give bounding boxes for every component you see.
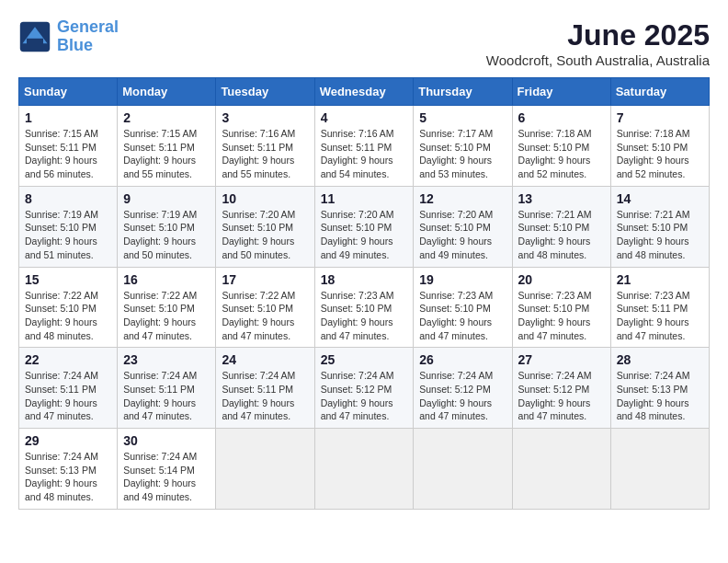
day-info: Sunrise: 7:24 AMSunset: 5:13 PMDaylight:… bbox=[617, 369, 703, 423]
col-header-monday: Monday bbox=[118, 78, 216, 106]
calendar-week-row: 8 Sunrise: 7:19 AMSunset: 5:10 PMDayligh… bbox=[19, 186, 710, 267]
day-number: 5 bbox=[419, 110, 506, 125]
day-info: Sunrise: 7:23 AMSunset: 5:10 PMDaylight:… bbox=[518, 289, 605, 343]
day-info: Sunrise: 7:24 AMSunset: 5:14 PMDaylight:… bbox=[123, 450, 210, 504]
logo-line1: General bbox=[57, 17, 119, 36]
calendar-cell: 27 Sunrise: 7:24 AMSunset: 5:12 PMDaylig… bbox=[512, 348, 610, 429]
calendar-cell: 17 Sunrise: 7:22 AMSunset: 5:10 PMDaylig… bbox=[216, 267, 314, 348]
calendar-cell: 24 Sunrise: 7:24 AMSunset: 5:11 PMDaylig… bbox=[216, 348, 314, 429]
col-header-thursday: Thursday bbox=[414, 78, 512, 106]
page-header: General Blue June 2025 Woodcroft, South … bbox=[18, 18, 710, 68]
calendar-cell: 13 Sunrise: 7:21 AMSunset: 5:10 PMDaylig… bbox=[512, 186, 610, 267]
day-number: 24 bbox=[222, 352, 308, 367]
day-number: 4 bbox=[321, 110, 408, 125]
day-number: 11 bbox=[321, 191, 408, 206]
day-info: Sunrise: 7:24 AMSunset: 5:11 PMDaylight:… bbox=[222, 369, 308, 423]
day-info: Sunrise: 7:18 AMSunset: 5:10 PMDaylight:… bbox=[617, 127, 703, 181]
day-info: Sunrise: 7:23 AMSunset: 5:10 PMDaylight:… bbox=[419, 289, 506, 343]
day-number: 12 bbox=[419, 191, 506, 206]
col-header-sunday: Sunday bbox=[19, 78, 118, 106]
day-number: 23 bbox=[123, 352, 210, 367]
calendar-week-row: 1 Sunrise: 7:15 AMSunset: 5:11 PMDayligh… bbox=[19, 106, 710, 187]
day-info: Sunrise: 7:24 AMSunset: 5:13 PMDaylight:… bbox=[25, 450, 111, 504]
calendar-cell: 30 Sunrise: 7:24 AMSunset: 5:14 PMDaylig… bbox=[118, 429, 216, 510]
day-info: Sunrise: 7:24 AMSunset: 5:11 PMDaylight:… bbox=[123, 369, 210, 423]
day-info: Sunrise: 7:24 AMSunset: 5:12 PMDaylight:… bbox=[321, 369, 408, 423]
day-number: 21 bbox=[617, 272, 703, 287]
calendar-cell: 4 Sunrise: 7:16 AMSunset: 5:11 PMDayligh… bbox=[314, 106, 414, 187]
logo-line2: Blue bbox=[57, 36, 93, 54]
calendar-cell bbox=[216, 429, 314, 510]
calendar-week-row: 22 Sunrise: 7:24 AMSunset: 5:11 PMDaylig… bbox=[19, 348, 710, 429]
calendar-cell: 15 Sunrise: 7:22 AMSunset: 5:10 PMDaylig… bbox=[19, 267, 118, 348]
day-info: Sunrise: 7:19 AMSunset: 5:10 PMDaylight:… bbox=[123, 208, 210, 262]
day-number: 20 bbox=[518, 272, 605, 287]
calendar-cell: 25 Sunrise: 7:24 AMSunset: 5:12 PMDaylig… bbox=[314, 348, 414, 429]
day-number: 15 bbox=[25, 272, 111, 287]
day-info: Sunrise: 7:16 AMSunset: 5:11 PMDaylight:… bbox=[321, 127, 408, 181]
day-number: 16 bbox=[123, 272, 210, 287]
day-info: Sunrise: 7:16 AMSunset: 5:11 PMDaylight:… bbox=[222, 127, 308, 181]
calendar-cell: 26 Sunrise: 7:24 AMSunset: 5:12 PMDaylig… bbox=[414, 348, 512, 429]
calendar-cell: 20 Sunrise: 7:23 AMSunset: 5:10 PMDaylig… bbox=[512, 267, 610, 348]
day-info: Sunrise: 7:17 AMSunset: 5:10 PMDaylight:… bbox=[419, 127, 506, 181]
calendar-cell bbox=[610, 429, 709, 510]
month-title: June 2025 bbox=[486, 18, 710, 52]
day-number: 1 bbox=[25, 110, 111, 125]
day-number: 13 bbox=[518, 191, 605, 206]
day-info: Sunrise: 7:24 AMSunset: 5:11 PMDaylight:… bbox=[25, 369, 111, 423]
day-number: 3 bbox=[222, 110, 308, 125]
calendar-cell: 10 Sunrise: 7:20 AMSunset: 5:10 PMDaylig… bbox=[216, 186, 314, 267]
day-number: 18 bbox=[321, 272, 408, 287]
day-number: 7 bbox=[617, 110, 703, 125]
calendar-cell: 2 Sunrise: 7:15 AMSunset: 5:11 PMDayligh… bbox=[118, 106, 216, 187]
day-number: 28 bbox=[617, 352, 703, 367]
day-number: 10 bbox=[222, 191, 308, 206]
calendar-cell: 5 Sunrise: 7:17 AMSunset: 5:10 PMDayligh… bbox=[414, 106, 512, 187]
svg-rect-2 bbox=[27, 39, 43, 45]
calendar-cell: 6 Sunrise: 7:18 AMSunset: 5:10 PMDayligh… bbox=[512, 106, 610, 187]
day-info: Sunrise: 7:15 AMSunset: 5:11 PMDaylight:… bbox=[123, 127, 210, 181]
calendar-cell: 18 Sunrise: 7:23 AMSunset: 5:10 PMDaylig… bbox=[314, 267, 414, 348]
location-title: Woodcroft, South Australia, Australia bbox=[486, 52, 710, 68]
day-number: 6 bbox=[518, 110, 605, 125]
day-info: Sunrise: 7:20 AMSunset: 5:10 PMDaylight:… bbox=[222, 208, 308, 262]
calendar-table: SundayMondayTuesdayWednesdayThursdayFrid… bbox=[18, 77, 710, 510]
day-number: 29 bbox=[25, 433, 111, 448]
calendar-cell: 22 Sunrise: 7:24 AMSunset: 5:11 PMDaylig… bbox=[19, 348, 118, 429]
day-number: 2 bbox=[123, 110, 210, 125]
day-info: Sunrise: 7:21 AMSunset: 5:10 PMDaylight:… bbox=[617, 208, 703, 262]
day-number: 17 bbox=[222, 272, 308, 287]
calendar-cell: 11 Sunrise: 7:20 AMSunset: 5:10 PMDaylig… bbox=[314, 186, 414, 267]
day-info: Sunrise: 7:20 AMSunset: 5:10 PMDaylight:… bbox=[419, 208, 506, 262]
day-number: 19 bbox=[419, 272, 506, 287]
day-info: Sunrise: 7:21 AMSunset: 5:10 PMDaylight:… bbox=[518, 208, 605, 262]
day-info: Sunrise: 7:24 AMSunset: 5:12 PMDaylight:… bbox=[518, 369, 605, 423]
day-number: 26 bbox=[419, 352, 506, 367]
day-info: Sunrise: 7:20 AMSunset: 5:10 PMDaylight:… bbox=[321, 208, 408, 262]
calendar-cell: 12 Sunrise: 7:20 AMSunset: 5:10 PMDaylig… bbox=[414, 186, 512, 267]
day-info: Sunrise: 7:23 AMSunset: 5:11 PMDaylight:… bbox=[617, 289, 703, 343]
col-header-tuesday: Tuesday bbox=[216, 78, 314, 106]
day-info: Sunrise: 7:15 AMSunset: 5:11 PMDaylight:… bbox=[25, 127, 111, 181]
calendar-cell: 23 Sunrise: 7:24 AMSunset: 5:11 PMDaylig… bbox=[118, 348, 216, 429]
col-header-friday: Friday bbox=[512, 78, 610, 106]
day-info: Sunrise: 7:22 AMSunset: 5:10 PMDaylight:… bbox=[222, 289, 308, 343]
calendar-cell bbox=[512, 429, 610, 510]
title-section: June 2025 Woodcroft, South Australia, Au… bbox=[486, 18, 710, 68]
day-number: 8 bbox=[25, 191, 111, 206]
calendar-cell: 1 Sunrise: 7:15 AMSunset: 5:11 PMDayligh… bbox=[19, 106, 118, 187]
day-number: 30 bbox=[123, 433, 210, 448]
calendar-cell bbox=[314, 429, 414, 510]
day-info: Sunrise: 7:22 AMSunset: 5:10 PMDaylight:… bbox=[123, 289, 210, 343]
calendar-cell bbox=[414, 429, 512, 510]
day-number: 27 bbox=[518, 352, 605, 367]
calendar-cell: 19 Sunrise: 7:23 AMSunset: 5:10 PMDaylig… bbox=[414, 267, 512, 348]
logo-icon bbox=[18, 20, 51, 53]
logo-text: General Blue bbox=[57, 18, 119, 55]
calendar-cell: 3 Sunrise: 7:16 AMSunset: 5:11 PMDayligh… bbox=[216, 106, 314, 187]
calendar-week-row: 15 Sunrise: 7:22 AMSunset: 5:10 PMDaylig… bbox=[19, 267, 710, 348]
day-info: Sunrise: 7:19 AMSunset: 5:10 PMDaylight:… bbox=[25, 208, 111, 262]
day-number: 14 bbox=[617, 191, 703, 206]
calendar-cell: 7 Sunrise: 7:18 AMSunset: 5:10 PMDayligh… bbox=[610, 106, 709, 187]
